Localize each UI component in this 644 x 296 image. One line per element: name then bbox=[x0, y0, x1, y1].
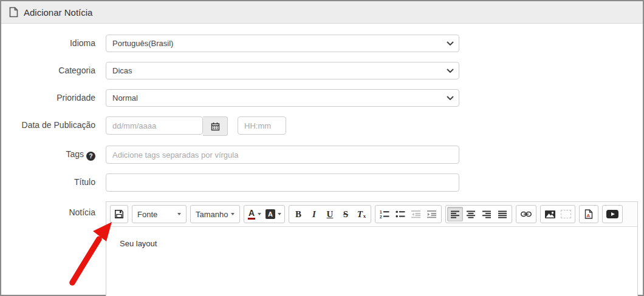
export-pdf-button[interactable]: A bbox=[579, 205, 598, 223]
document-icon bbox=[9, 7, 18, 18]
placeholder-box-icon bbox=[561, 210, 571, 218]
add-news-form: Idioma Português(Brasil) Categoria Dicas bbox=[1, 24, 643, 296]
bg-color-icon: A bbox=[265, 209, 275, 219]
form-row-tags: Tags? bbox=[1, 146, 643, 164]
svg-text:1: 1 bbox=[380, 210, 382, 214]
justify-button[interactable] bbox=[495, 207, 510, 221]
list-group: 12 bbox=[375, 205, 442, 223]
align-center-button[interactable] bbox=[463, 207, 479, 221]
idioma-select[interactable]: Português(Brasil) bbox=[106, 35, 459, 52]
form-row-noticia: Notícia Fonte T bbox=[1, 201, 643, 296]
strikethrough-button[interactable]: S bbox=[338, 207, 354, 221]
font-dropdown[interactable]: Fonte bbox=[132, 205, 187, 223]
size-dropdown-label: Tamanho bbox=[196, 210, 228, 219]
remove-format-button[interactable]: Tx bbox=[354, 207, 369, 221]
outdent-button[interactable] bbox=[408, 207, 424, 221]
prioridade-label: Prioridade bbox=[1, 89, 95, 107]
form-row-idioma: Idioma Português(Brasil) bbox=[1, 35, 643, 52]
question-circle-icon[interactable]: ? bbox=[86, 152, 95, 161]
indent-button[interactable] bbox=[424, 207, 440, 221]
size-dropdown[interactable]: Tamanho bbox=[190, 205, 240, 223]
save-button[interactable] bbox=[110, 205, 128, 223]
noticia-label: Notícia bbox=[1, 201, 95, 296]
youtube-icon bbox=[606, 210, 618, 218]
calendar-button[interactable] bbox=[203, 116, 228, 136]
bold-button[interactable]: B bbox=[290, 207, 306, 221]
align-group bbox=[445, 205, 512, 223]
editor-toolbar: Fonte Tamanho A bbox=[106, 202, 637, 227]
caret-down-icon bbox=[177, 213, 181, 215]
titulo-input[interactable] bbox=[106, 173, 459, 192]
add-news-panel: Adicionar Notícia Idioma Português(Brasi… bbox=[0, 0, 644, 296]
pdf-icon: A bbox=[584, 209, 593, 219]
form-row-data-publicacao: Data de Publicação bbox=[1, 116, 643, 136]
caret-down-icon bbox=[278, 213, 281, 215]
link-button[interactable] bbox=[516, 205, 536, 223]
save-icon bbox=[114, 209, 124, 219]
align-right-button[interactable] bbox=[479, 207, 495, 221]
rich-text-editor: Fonte Tamanho A bbox=[106, 201, 638, 296]
tags-label: Tags bbox=[66, 149, 84, 159]
image-group bbox=[540, 205, 575, 223]
svg-text:A: A bbox=[587, 213, 591, 218]
youtube-button[interactable] bbox=[602, 205, 623, 223]
time-input[interactable] bbox=[238, 116, 286, 135]
date-input[interactable] bbox=[106, 116, 203, 135]
svg-text:2: 2 bbox=[380, 215, 382, 219]
format-group: B I U S Tx bbox=[289, 205, 371, 223]
form-row-prioridade: Prioridade Normal bbox=[1, 89, 643, 107]
text-color-icon: A bbox=[248, 209, 255, 220]
link-icon bbox=[521, 211, 532, 217]
numbered-list-button[interactable]: 12 bbox=[377, 207, 392, 221]
calendar-icon bbox=[211, 122, 220, 131]
form-row-titulo: Título bbox=[1, 173, 643, 192]
color-group: A A bbox=[244, 205, 285, 223]
page-title: Adicionar Notícia bbox=[24, 7, 92, 18]
image-button[interactable] bbox=[542, 207, 558, 221]
caret-down-icon bbox=[231, 213, 235, 215]
bg-color-button[interactable]: A bbox=[264, 207, 283, 221]
idioma-label: Idioma bbox=[1, 35, 95, 52]
editor-content-text: Seu layout bbox=[120, 239, 624, 248]
bullet-list-button[interactable] bbox=[392, 207, 408, 221]
caret-down-icon bbox=[258, 213, 261, 215]
categoria-select[interactable]: Dicas bbox=[106, 62, 459, 79]
placeholder-box-button[interactable] bbox=[558, 207, 574, 221]
data-publicacao-label: Data de Publicação bbox=[1, 116, 95, 136]
prioridade-select[interactable]: Normal bbox=[106, 89, 459, 107]
form-row-categoria: Categoria Dicas bbox=[1, 62, 643, 79]
categoria-label: Categoria bbox=[1, 62, 95, 79]
titulo-label: Título bbox=[1, 173, 95, 192]
italic-button[interactable]: I bbox=[306, 207, 322, 221]
align-left-button[interactable] bbox=[447, 207, 463, 221]
text-color-button[interactable]: A bbox=[245, 207, 264, 221]
tags-input[interactable] bbox=[106, 146, 459, 164]
underline-button[interactable]: U bbox=[322, 207, 338, 221]
panel-header: Adicionar Notícia bbox=[1, 1, 643, 24]
font-dropdown-label: Fonte bbox=[137, 210, 157, 219]
editor-body[interactable]: Seu layout bbox=[106, 227, 637, 260]
